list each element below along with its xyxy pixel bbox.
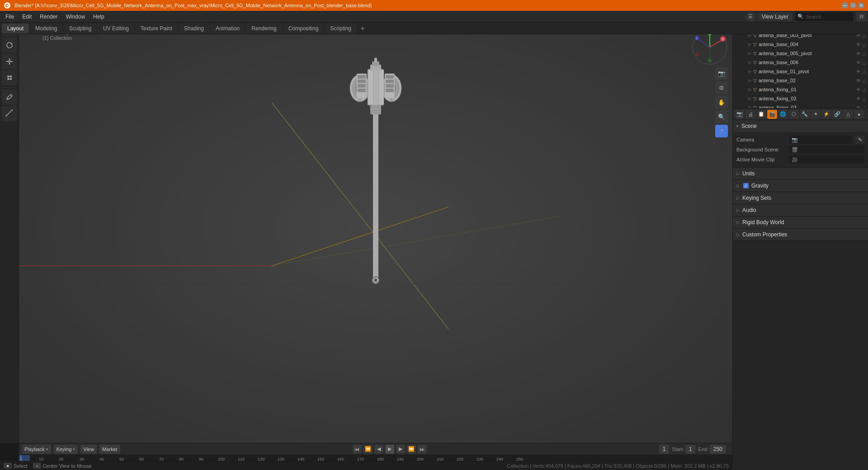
jump-start-btn[interactable]: ⏮ [353, 445, 362, 454]
close-button[interactable]: ✕ [858, 2, 864, 9]
item-vis-icon-2[interactable]: 👁 [856, 51, 861, 56]
tool-annotate[interactable] [2, 89, 17, 105]
tab-sculpting[interactable]: Sculpting [64, 24, 97, 33]
item-vis-icon-8[interactable]: 👁 [856, 105, 861, 108]
prop-tab-render[interactable]: 📷 [735, 110, 745, 119]
tab-shading[interactable]: Shading [179, 24, 209, 33]
prop-tab-view-layer[interactable]: 📋 [756, 110, 766, 119]
prop-tab-modifier[interactable]: 🔧 [800, 110, 810, 119]
item-vis-icon-1[interactable]: 👁 [856, 42, 861, 47]
item-vis-icon-6[interactable]: 👁 [856, 87, 861, 92]
item-vis-icon-7[interactable]: 👁 [856, 96, 861, 101]
audio-section-header[interactable]: ▷ Audio [733, 204, 868, 216]
item-antena-base-006[interactable]: ▷ ▽ antena_base_006 👁 △ [733, 58, 868, 67]
camera-view-btn[interactable]: 📷 [715, 67, 728, 80]
scene-section-header[interactable]: ▾ Scene [733, 120, 868, 132]
tool-rotate[interactable] [2, 38, 17, 53]
next-frame-btn[interactable]: ▶ [396, 445, 405, 454]
marker-menu[interactable]: Marker [99, 445, 120, 454]
tab-texture-paint[interactable]: Texture Paint [135, 24, 178, 33]
add-workspace-button[interactable]: + [358, 24, 368, 33]
tab-animation[interactable]: Animation [210, 24, 245, 33]
item-vis-icon-5[interactable]: 👁 [856, 78, 861, 83]
prop-tab-constraints[interactable]: 🔗 [832, 110, 842, 119]
item-antena-fixing-03[interactable]: ▷ ▽ antena_fixing_03 👁 △ [733, 103, 868, 108]
tab-layout[interactable]: Layout [2, 24, 29, 33]
menu-help[interactable]: Help [90, 12, 108, 22]
current-frame-display[interactable]: 1 [659, 445, 670, 454]
viewport-question-btn[interactable]: ? [715, 125, 728, 137]
prev-keyframe-btn[interactable]: ⏪ [363, 445, 373, 454]
minimize-button[interactable]: — [842, 2, 848, 9]
item-cursor-icon-6[interactable]: △ [863, 87, 866, 92]
view-menu[interactable]: View [80, 445, 97, 454]
frame-end-input[interactable]: 250 [710, 445, 726, 454]
menu-file[interactable]: File [2, 12, 18, 22]
background-scene-value[interactable]: 🎬 [789, 146, 864, 154]
mode-button[interactable]: ☰ [745, 12, 755, 22]
tab-modeling[interactable]: Modeling [30, 24, 63, 33]
tool-transform[interactable] [2, 70, 17, 85]
viewport-zoom-btn[interactable]: 🔍 [715, 110, 728, 123]
next-keyframe-btn[interactable]: ⏩ [407, 445, 416, 454]
prop-tab-object[interactable]: ⬡ [789, 110, 799, 119]
item-antena-base-01-pivot[interactable]: ▷ ▽ antena_base_01_pivot 👁 △ [733, 67, 868, 76]
tool-measure[interactable] [2, 106, 17, 121]
tool-scale[interactable] [2, 54, 17, 69]
tab-uv-editing[interactable]: UV Editing [98, 24, 134, 33]
item-cursor-icon-4[interactable]: △ [863, 69, 866, 74]
tab-scripting[interactable]: Scripting [325, 24, 357, 33]
item-antena-base-02[interactable]: ▷ ▽ antena_base_02 👁 △ [733, 76, 868, 85]
menu-window[interactable]: Window [62, 12, 89, 22]
camera-edit-btn[interactable]: ✎ [855, 136, 864, 144]
prop-tab-output[interactable]: 🖨 [745, 110, 755, 119]
item-antena-fixing-01[interactable]: ▷ ▽ antena_fixing_01 👁 △ [733, 85, 868, 94]
prop-tab-world[interactable]: 🌐 [778, 110, 788, 119]
keying-menu[interactable]: Keying ▾ [54, 445, 78, 454]
prop-tab-physics[interactable]: ⚡ [821, 110, 831, 119]
prop-tab-particles[interactable]: ✦ [811, 110, 821, 119]
item-vis-icon-4[interactable]: 👁 [856, 69, 861, 74]
gravity-checkbox[interactable]: ✓ [743, 183, 749, 188]
item-vis-icon-3[interactable]: 👁 [856, 60, 861, 65]
item-cursor-icon-5[interactable]: △ [863, 78, 866, 83]
item-antena-fixing-02[interactable]: ▷ ▽ antena_fixing_02 👁 △ [733, 94, 868, 103]
menu-render[interactable]: Render [36, 12, 61, 22]
filter-button[interactable]: ⊟ [856, 12, 866, 22]
item-antena-base-004[interactable]: ▷ ▽ antena_base_004 👁 △ [733, 40, 868, 49]
item-antena-base-005-pivot[interactable]: ▷ ▽ antena_base_005_pivot 👁 △ [733, 49, 868, 58]
tab-rendering[interactable]: Rendering [246, 24, 282, 33]
prop-tab-data[interactable]: △ [843, 110, 853, 119]
scene-dropdown[interactable]: View Layer [758, 13, 792, 21]
movie-clip-value[interactable]: 🎥 [789, 155, 864, 164]
custom-properties-section-header[interactable]: ▷ Custom Properties [733, 229, 868, 240]
item-cursor-icon-8[interactable]: △ [863, 105, 866, 108]
item-cursor-icon-7[interactable]: △ [863, 96, 866, 101]
item-cursor-icon-3[interactable]: △ [863, 60, 866, 65]
svg-rect-57 [358, 84, 366, 88]
rigid-body-section-header[interactable]: ▷ Rigid Body World [733, 216, 868, 228]
camera-value[interactable]: 📷 [789, 136, 853, 144]
menu-edit[interactable]: Edit [19, 12, 35, 22]
viewport-canvas[interactable]: User Perspective (1) Collection Y X Z [19, 13, 732, 443]
item-cursor-icon-1[interactable]: △ [863, 42, 866, 47]
viewport-pan-btn[interactable]: ✋ [715, 96, 728, 108]
play-btn[interactable]: ▶ [385, 445, 394, 454]
maximize-button[interactable]: □ [850, 2, 856, 9]
tab-compositing[interactable]: Compositing [283, 24, 324, 33]
prop-tab-material[interactable]: ● [854, 110, 864, 119]
navigation-gizmo[interactable]: Y X Z [692, 29, 728, 65]
jump-end-btn[interactable]: ⏭ [418, 445, 427, 454]
prev-frame-btn[interactable]: ◀ [374, 445, 383, 454]
prop-tab-scene[interactable]: 🎬 [767, 110, 777, 119]
window-controls[interactable]: — □ ✕ [842, 2, 864, 9]
render-btn[interactable]: ⚙ [715, 81, 728, 94]
playback-menu[interactable]: Playback ▾ [22, 445, 51, 454]
gravity-section-header[interactable]: ▷ ✓ Gravity [733, 180, 868, 192]
search-bar[interactable]: 🔍 Search [795, 12, 854, 21]
frame-start-input[interactable]: 1 [685, 445, 696, 454]
item-cursor-icon-2[interactable]: △ [863, 51, 866, 56]
units-section-header[interactable]: ▷ Units [733, 168, 868, 179]
keying-sets-section-header[interactable]: ▷ Keying Sets [733, 192, 868, 204]
viewport-area[interactable]: ⬡ Object Mode ▾ ☰ ⬡ + 📦 Global ▾ ◎ 🧲 ◉ [19, 0, 732, 443]
